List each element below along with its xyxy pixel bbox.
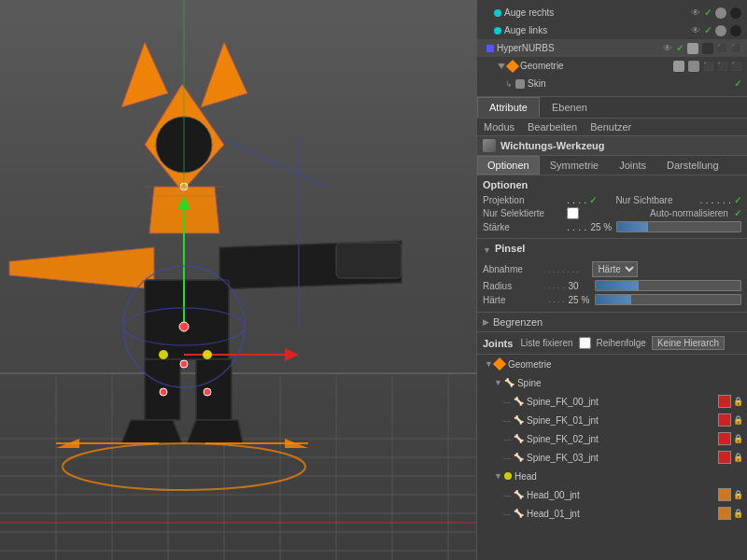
radius-slider[interactable] [595, 280, 741, 291]
svg-rect-24 [145, 280, 229, 359]
color-d2 [730, 25, 741, 36]
subtab-optionen[interactable]: Optionen [477, 156, 540, 175]
color-c2 [715, 25, 726, 36]
joint-spine-fk-01[interactable]: — 🦴 Spine_FK_01_jnt 🔒 [477, 411, 747, 429]
s01-lock: 🔒 [733, 415, 743, 425]
scene-hierarchy: Auge rechts 👁 ✓ Auge links 👁 ✓ [477, 0, 747, 97]
svg-marker-28 [187, 420, 243, 443]
nur-selektierte-check[interactable] [567, 207, 579, 219]
pinsel-title: Pinsel [495, 243, 525, 254]
scene-item-geometrie[interactable]: Geometrie ⬛ ⬛ ⬛ [477, 57, 747, 75]
s00-icon: 🦴 [514, 397, 524, 406]
begrenzen-label: Begrenzen [493, 316, 543, 328]
menu-bearbeiten[interactable]: Bearbeiten [525, 120, 580, 133]
head-dot [504, 472, 512, 480]
joint-spine[interactable]: ▼ 🦴 Spine [477, 373, 747, 392]
joint-geometrie[interactable]: ▼ Geometrie [477, 355, 747, 373]
subtab-darstellung[interactable]: Darstellung [656, 156, 729, 175]
pinsel-haerte-row: Härte . . . . 25 % [483, 294, 741, 305]
s01-color[interactable] [718, 413, 731, 427]
liste-fixieren-label: Liste fixieren [520, 338, 572, 348]
h01-dash: — [503, 510, 511, 518]
reihenfolge-label: Reihenfolge [597, 338, 646, 348]
color-dot2 [730, 7, 741, 19]
begrenzen-header: ▶ Begrenzen [483, 316, 741, 328]
pinsel-section: ▼ Pinsel Abnahme . . . . . . . Härte Rad… [477, 239, 747, 313]
scene-item-skin[interactable]: ↳ Skin ✓ [477, 75, 747, 92]
joint-head-01[interactable]: — 🦴 Head_01_jnt 🔒 [477, 504, 747, 523]
options-section: Optionen Projektion . . . . ✓ Nur Sichtb… [477, 175, 747, 239]
menu-bar: Modus Bearbeiten Benutzer [477, 119, 747, 136]
spine-icon: 🦴 [504, 378, 514, 387]
right-panel: Auge rechts 👁 ✓ Auge links 👁 ✓ [476, 0, 747, 560]
staerke-slider[interactable] [616, 221, 741, 232]
projektion-check[interactable]: ✓ [589, 195, 597, 205]
nur-selektierte-label: Nur Selektierte [483, 208, 567, 218]
joint-head[interactable]: ▼ Head [477, 467, 747, 485]
eye-icon3: 👁 [663, 43, 672, 53]
svg-marker-33 [285, 348, 299, 361]
nur-sichtbare-check[interactable]: ✓ [734, 195, 741, 205]
joints-header: Joints Liste fixieren Reihenfolge Keine … [477, 332, 747, 355]
svg-point-46 [203, 350, 212, 359]
hypernurbs-icon [486, 45, 494, 52]
geo-col2 [688, 61, 699, 72]
joint-tree[interactable]: ▼ Geometrie ▼ 🦴 Spine — 🦴 Spine_FK_00_jn… [477, 355, 747, 560]
haerte-slider[interactable] [595, 294, 741, 305]
h00-dash: — [503, 491, 511, 499]
scene-item-auge-links[interactable]: Auge links 👁 ✓ [477, 21, 747, 39]
check2: ✓ [704, 25, 712, 35]
pinsel-header[interactable]: ▼ Pinsel [483, 243, 741, 258]
sub-tabs: Optionen Symmetrie Joints Darstellung [477, 156, 747, 175]
joints-title: Joints [483, 338, 513, 349]
joint-spine-fk-03[interactable]: — 🦴 Spine_FK_03_jnt 🔒 [477, 448, 747, 467]
s02-dash: — [503, 435, 511, 443]
spine-collapse: ▼ [494, 378, 502, 387]
auge-links-icon [494, 27, 501, 35]
option-row-selektierte: Nur Selektierte Auto-normalisieren ✓ [483, 207, 741, 219]
head-00-name: Head_00_jnt [527, 490, 716, 500]
joint-head-00[interactable]: — 🦴 Head_00_jnt 🔒 [477, 485, 747, 504]
tab-ebenen[interactable]: Ebenen [540, 97, 599, 118]
menu-modus[interactable]: Modus [481, 120, 517, 133]
s01-icon: 🦴 [514, 415, 524, 425]
joint-spine-fk-02[interactable]: — 🦴 Spine_FK_02_jnt 🔒 [477, 429, 747, 448]
svg-point-42 [160, 388, 167, 396]
check3: ✓ [676, 43, 684, 53]
scene-item-hypernurbs[interactable]: HyperNURBS 👁 ✓ ⬛ ⬛ [477, 39, 747, 57]
s00-color[interactable] [718, 395, 731, 408]
subtab-joints[interactable]: Joints [609, 156, 656, 175]
h01-color[interactable] [718, 507, 731, 520]
scene-item-auge-rechts[interactable]: Auge rechts 👁 ✓ [477, 4, 747, 21]
s00-lock: 🔒 [733, 397, 743, 406]
spine-fk-03-name: Spine_FK_03_jnt [527, 453, 716, 463]
skin-label: Skin [528, 78, 545, 89]
auto-norm-check[interactable]: ✓ [734, 208, 741, 218]
skin-arrow: ↳ [505, 79, 513, 89]
h01-lock: 🔒 [733, 509, 743, 518]
haerte-slider-container [595, 294, 741, 305]
s02-color[interactable] [718, 432, 731, 445]
viewport[interactable] [0, 0, 476, 560]
skin-icons: ✓ [734, 78, 741, 89]
haerte-fill [596, 295, 632, 304]
begrenzen-section[interactable]: ▶ Begrenzen [477, 313, 747, 332]
liste-fixieren-check[interactable] [579, 337, 591, 349]
menu-benutzer[interactable]: Benutzer [587, 120, 634, 133]
svg-point-45 [159, 350, 168, 359]
keine-hierarchie-btn[interactable]: Keine Hierarch [652, 336, 725, 350]
joint-spine-fk-00[interactable]: — 🦴 Spine_FK_00_jnt 🔒 [477, 392, 747, 411]
abnahme-select[interactable]: Härte [592, 261, 638, 277]
extra-dot: ⬛ [717, 44, 727, 53]
h01-icon: 🦴 [514, 509, 524, 518]
color-c3 [687, 43, 698, 54]
tab-attribute[interactable]: Attribute [477, 97, 540, 118]
svg-rect-23 [336, 243, 402, 278]
abnahme-label: Abnahme [483, 264, 548, 274]
svg-marker-16 [121, 42, 168, 107]
s03-color[interactable] [718, 451, 731, 464]
subtab-symmetrie[interactable]: Symmetrie [540, 156, 610, 175]
skin-check: ✓ [734, 78, 741, 89]
haerte-label: Härte [483, 295, 548, 305]
h00-color[interactable] [718, 488, 731, 501]
